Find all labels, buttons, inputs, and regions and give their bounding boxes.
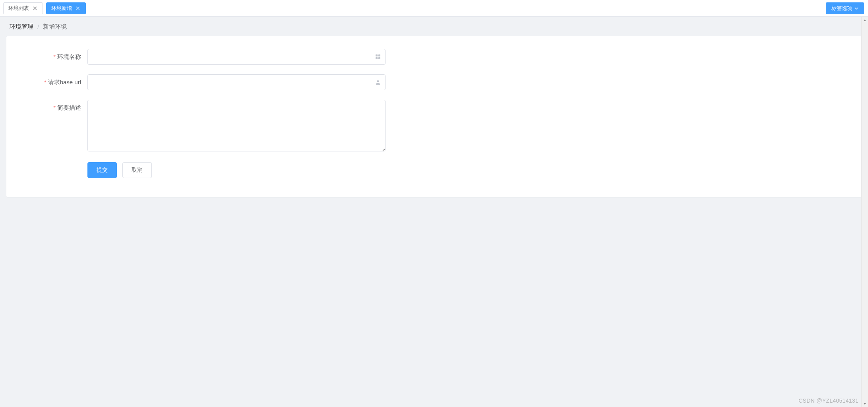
required-mark: * bbox=[53, 104, 56, 111]
tab-env-add[interactable]: 环境新增 bbox=[46, 2, 86, 14]
close-icon[interactable] bbox=[75, 6, 81, 11]
user-icon bbox=[375, 79, 381, 85]
vertical-scrollbar[interactable] bbox=[861, 17, 868, 407]
svg-rect-2 bbox=[376, 57, 378, 59]
tabs-bar: 环境列表 环境新增 标签选项 bbox=[0, 0, 868, 17]
base-url-label: *请求base url bbox=[16, 74, 87, 90]
main-content: 环境管理 / 新增环境 *环境名称 bbox=[0, 17, 868, 407]
scroll-down-icon[interactable] bbox=[862, 400, 868, 407]
form-row-description: *简要描述 bbox=[16, 100, 852, 153]
breadcrumb-root[interactable]: 环境管理 bbox=[10, 23, 33, 31]
tab-label: 环境新增 bbox=[51, 5, 72, 12]
tab-options-label: 标签选项 bbox=[831, 5, 852, 12]
grid-icon bbox=[375, 54, 381, 60]
svg-point-4 bbox=[377, 80, 379, 82]
env-name-control bbox=[87, 49, 386, 65]
tab-options-button[interactable]: 标签选项 bbox=[826, 2, 864, 14]
svg-rect-1 bbox=[378, 54, 380, 56]
svg-rect-3 bbox=[378, 57, 380, 59]
form-row-env-name: *环境名称 bbox=[16, 49, 852, 65]
description-label: *简要描述 bbox=[16, 100, 87, 116]
form-buttons: 提交 取消 bbox=[87, 162, 852, 178]
app-viewport: 环境列表 环境新增 标签选项 环境管理 / 新增环境 bbox=[0, 0, 868, 407]
breadcrumb: 环境管理 / 新增环境 bbox=[0, 17, 868, 36]
watermark: CSDN @YZL40514131 bbox=[798, 397, 858, 404]
chevron-down-icon bbox=[854, 6, 858, 12]
required-mark: * bbox=[53, 53, 56, 60]
base-url-input[interactable] bbox=[87, 74, 386, 90]
base-url-control bbox=[87, 74, 386, 90]
env-name-input[interactable] bbox=[87, 49, 386, 65]
env-name-label: *环境名称 bbox=[16, 49, 87, 65]
close-icon[interactable] bbox=[32, 6, 38, 11]
tab-label: 环境列表 bbox=[8, 5, 29, 12]
tab-env-list[interactable]: 环境列表 bbox=[3, 2, 43, 14]
cancel-button[interactable]: 取消 bbox=[122, 162, 152, 178]
form-row-base-url: *请求base url bbox=[16, 74, 852, 90]
breadcrumb-separator: / bbox=[37, 23, 39, 30]
required-mark: * bbox=[44, 79, 46, 85]
breadcrumb-current: 新增环境 bbox=[43, 23, 67, 31]
description-control bbox=[87, 100, 386, 153]
svg-rect-0 bbox=[376, 54, 378, 56]
form-card: *环境名称 *请求base url bbox=[6, 36, 862, 197]
submit-button[interactable]: 提交 bbox=[87, 162, 117, 178]
scroll-up-icon[interactable] bbox=[862, 17, 868, 23]
description-textarea[interactable] bbox=[87, 100, 386, 151]
